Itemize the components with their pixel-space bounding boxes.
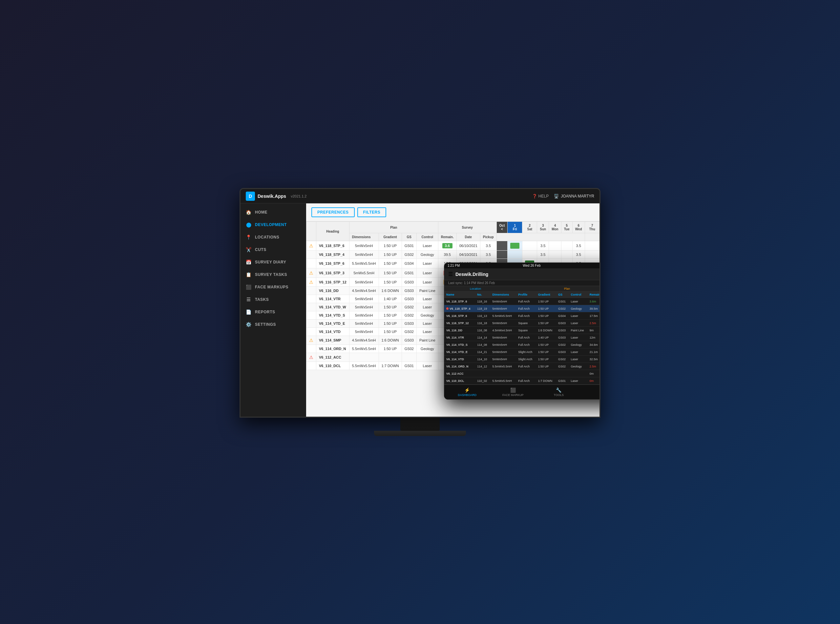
- mobile-table-row[interactable]: V6_112 ACC0m📄📍: [444, 370, 599, 377]
- sidebar-item-settings[interactable]: ⚙️ SETTINGS: [241, 318, 306, 331]
- sidebar-item-tasks[interactable]: ☰ TASKS: [241, 293, 306, 306]
- row-name[interactable]: V6_114_VTR: [316, 295, 349, 303]
- mobile-table-row[interactable]: V6_114_VTR114_145mWx5mHFull Arch1:40 UPG…: [444, 334, 599, 341]
- warning-cell: ⚠: [306, 241, 316, 251]
- mobile-table-row[interactable]: V6_116_STP_12116_185mWx5mHSquare1:50 UPG…: [444, 320, 599, 327]
- mobile-day: Wed 26 Feb: [523, 264, 540, 267]
- row-name[interactable]: V6_116_STP_12: [316, 278, 349, 287]
- main-layout: 🏠 HOME ⬤ DEVELOPMENT 📍 LOCATIONS ✂️ CUTS…: [241, 204, 599, 417]
- alert-icon: ⚠: [309, 355, 313, 360]
- mobile-cell-5: Paint Line: [569, 327, 588, 334]
- cell-control: Laser: [416, 278, 438, 287]
- mobile-nav-face-markup[interactable]: ⬛ FACE MARKUP: [490, 385, 536, 399]
- mobile-table-row[interactable]: V6_118_STP_4118_195mWx5mHFull Arch1:50 U…: [444, 305, 599, 312]
- sidebar-item-face-markups[interactable]: ⬛ FACE MARKUPS: [241, 281, 306, 293]
- row-name[interactable]: V6_116_STP_6: [316, 259, 349, 268]
- sidebar-label-home: HOME: [255, 210, 267, 215]
- help-button[interactable]: ❓ HELP: [532, 194, 549, 198]
- mobile-th-ctrl: Control: [569, 292, 588, 298]
- mobile-cell-3: 1:50 UP: [536, 341, 556, 348]
- cal-day-5: [561, 251, 572, 259]
- mobile-th-grad: Gradient: [536, 292, 556, 298]
- row-name[interactable]: V6_114_ORD_N: [316, 345, 349, 353]
- cell-dimensions: 4.5mWx4.5mH: [349, 287, 379, 295]
- th-fri: 1Fri: [508, 222, 522, 233]
- cell-dimensions: 5mWx5mH: [349, 320, 379, 328]
- cell-gs: GS02: [401, 311, 416, 320]
- sidebar-item-reports[interactable]: 📄 REPORTS: [241, 306, 306, 318]
- mobile-cell-4: GS02: [556, 363, 569, 370]
- mobile-nav-dashboard[interactable]: ⚡ DASHBOARD: [444, 385, 490, 399]
- th-sat: 2Sat: [522, 222, 537, 233]
- sidebar-item-survey-diary[interactable]: 📅 SURVEY DIARY: [241, 256, 306, 268]
- mobile-table-row[interactable]: V6_118_STP_6118_165mWx5mHFull Arch1:50 U…: [444, 298, 599, 305]
- preferences-button[interactable]: PREFERENCES: [311, 207, 355, 217]
- mobile-cell-name: V6_116_DD: [444, 327, 475, 334]
- warning-cell: [306, 251, 316, 259]
- sidebar-item-survey-tasks[interactable]: 📋 SURVEY TASKS: [241, 268, 306, 281]
- mobile-cell-remain: 2.5m: [588, 363, 599, 370]
- mobile-th-dim: Dimensions: [491, 292, 516, 298]
- row-name[interactable]: V6_112_ACC: [316, 353, 349, 362]
- mobile-table-row[interactable]: V6_114_VTD114_105mWx5mHSlight Arch1:50 U…: [444, 356, 599, 363]
- cal-oct-prev: [496, 241, 508, 251]
- th-pickup: Pickup: [480, 233, 496, 241]
- mobile-cell-5: Laser: [569, 377, 588, 385]
- mobile-table-row[interactable]: V6_114_VTD_S114_085mWx5mHFull Arch1:50 U…: [444, 341, 599, 348]
- row-name[interactable]: V6_116_DD: [316, 287, 349, 295]
- th-oct-prev[interactable]: Oct <: [496, 222, 508, 233]
- sidebar-item-home[interactable]: 🏠 HOME: [241, 206, 306, 218]
- mobile-table-row[interactable]: V6_114_VTD_E114_215mWx5mHSlight Arch1:50…: [444, 348, 599, 356]
- mobile-nav-maps[interactable]: 🗺️ MAPS: [582, 385, 600, 399]
- mobile-cell-3: 1:50 UP: [536, 305, 556, 312]
- mobile-cell-3: 1:50 UP: [536, 298, 556, 305]
- cell-gradient: 1:50 UP: [379, 311, 401, 320]
- mobile-cell-name: V6_116_STP_12: [444, 320, 475, 327]
- filters-button[interactable]: FILTERS: [357, 207, 386, 217]
- warning-icon: ⚠: [309, 338, 313, 343]
- mobile-nav-tools[interactable]: 🔧 TOOLS: [536, 385, 582, 399]
- row-name[interactable]: V6_118_STP_6: [316, 241, 349, 251]
- row-name[interactable]: V6_114_VTD_E: [316, 320, 349, 328]
- cell-control: Laser: [416, 320, 438, 328]
- mobile-cell-3: 1:50 UP: [536, 320, 556, 327]
- cell-control: Paint Line: [416, 336, 438, 345]
- mobile-cell-4: GS02: [556, 356, 569, 363]
- cell-dimensions: [349, 353, 379, 362]
- tools-icon: 🔧: [556, 388, 561, 393]
- cell-dimensions: 5mWx5mH: [349, 295, 379, 303]
- sidebar-item-cuts[interactable]: ✂️ CUTS: [241, 243, 306, 256]
- cal-day-1: [508, 251, 522, 259]
- row-name[interactable]: V6_116_STP_3: [316, 268, 349, 278]
- mobile-cell-0: 116_13: [475, 312, 490, 320]
- row-name[interactable]: V6_118_STP_4: [316, 251, 349, 259]
- sidebar-item-locations[interactable]: 📍 LOCATIONS: [241, 231, 306, 243]
- mobile-cell-0: 114_14: [475, 334, 490, 341]
- th-remain: Remain.: [438, 233, 456, 241]
- sidebar-label-face-markups: FACE MARKUPS: [255, 285, 289, 289]
- row-name[interactable]: V6_110_DCL: [316, 362, 349, 370]
- mobile-cell-name: V6_114_VTD_E: [444, 348, 475, 356]
- cell-gradient: 1:6 DOWN: [379, 336, 401, 345]
- survey-diary-icon: 📅: [246, 259, 252, 265]
- table-row: ⚠V6_118_STP_65mWx5mH1:50 UPGS01Laser3.60…: [306, 241, 600, 251]
- row-name[interactable]: V6_114_VTD: [316, 328, 349, 336]
- sidebar-item-development[interactable]: ⬤ DEVELOPMENT: [241, 218, 306, 231]
- mobile-cell-3: 1:7 DOWN: [536, 377, 556, 385]
- cell-control: Laser: [416, 268, 438, 278]
- mobile-table-row[interactable]: V6_116_STP_6116_135.5mWx5.5mHFull Arch1:…: [444, 312, 599, 320]
- row-name[interactable]: V6_114_VTD_W: [316, 303, 349, 311]
- cell-remain: 3.6: [438, 241, 456, 251]
- row-name[interactable]: V6_114_SMP: [316, 336, 349, 345]
- mobile-cell-remain: 17.5m: [588, 312, 599, 320]
- cell-control: Geology: [416, 311, 438, 320]
- mobile-table-row[interactable]: V6_116_DD116_084.5mWx4.5mHSquare1:6 DOWN…: [444, 327, 599, 334]
- th-gradient: Gradient: [379, 233, 401, 241]
- mobile-table-row[interactable]: V6_114_ORD_N114_125.5mWx5.5mHFull Arch1:…: [444, 363, 599, 370]
- mobile-cell-3: 1:50 UP: [536, 363, 556, 370]
- mobile-table-row[interactable]: V6_110_DCL110_025.5mWx5.5mHFull Arch1:7 …: [444, 377, 599, 385]
- monitor-base: [374, 431, 466, 436]
- row-name[interactable]: V6_114_VTD_S: [316, 311, 349, 320]
- reports-icon: 📄: [246, 309, 252, 315]
- hamburger-icon[interactable]: ☰: [448, 271, 453, 277]
